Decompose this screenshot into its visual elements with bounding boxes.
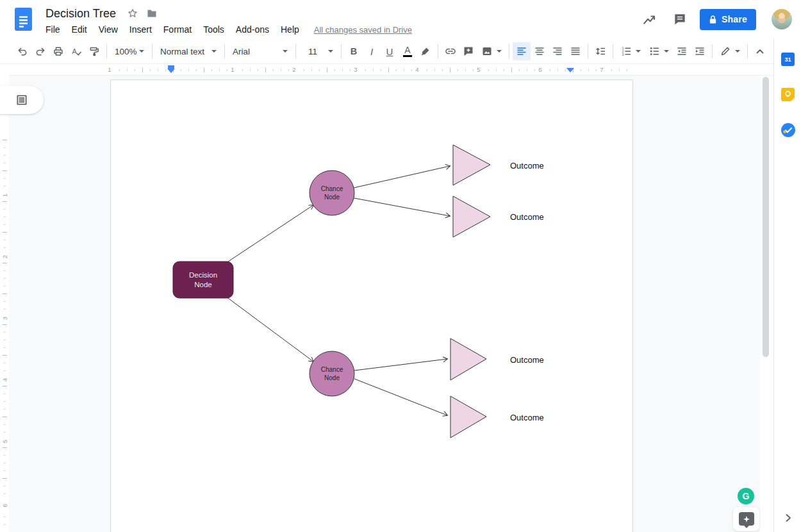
comments-button[interactable]	[669, 8, 691, 30]
ruler-number: 6	[537, 66, 543, 73]
move-to-folder-button[interactable]	[145, 7, 158, 20]
redo-button[interactable]	[31, 42, 49, 60]
google-docs-app: Decision Tree File Edit View Insert Form…	[0, 0, 801, 532]
menu-edit[interactable]: Edit	[66, 24, 93, 35]
print-button[interactable]	[49, 42, 67, 60]
decrease-indent-button[interactable]	[673, 42, 691, 60]
ruler-number: 1	[1, 191, 8, 200]
document-page[interactable]: Decision Node Chance Node Chance Node Ou…	[110, 79, 633, 532]
horizontal-ruler[interactable]: 1 1 2 3 4 5 6 7	[9, 64, 773, 76]
text-color-icon: A	[403, 46, 411, 57]
chevron-right-icon	[784, 513, 792, 522]
right-indent-marker[interactable]	[566, 67, 574, 74]
explore-button[interactable]	[732, 506, 760, 531]
add-comment-button[interactable]	[459, 42, 477, 60]
outcome-triangle[interactable]	[450, 338, 486, 380]
paragraph-style-value: Normal text	[160, 47, 204, 56]
calendar-button[interactable]: 31	[781, 53, 795, 66]
chevron-down-icon	[283, 50, 288, 53]
bold-icon: B	[351, 47, 357, 56]
undo-icon	[17, 46, 28, 57]
ruler-number: 1	[106, 66, 112, 73]
outcome-label: Outcome	[510, 160, 544, 170]
star-button[interactable]	[126, 7, 139, 20]
highlighter-icon	[420, 46, 431, 57]
outcome-triangle[interactable]	[453, 196, 490, 237]
italic-icon: I	[370, 47, 373, 56]
align-center-icon	[534, 46, 545, 57]
insert-image-button[interactable]	[477, 42, 506, 60]
line-spacing-button[interactable]	[591, 42, 609, 60]
menu-file[interactable]: File	[40, 24, 66, 35]
bulleted-list-button[interactable]	[645, 42, 673, 60]
font-size-value: 11	[308, 47, 317, 56]
justify-button[interactable]	[566, 42, 584, 60]
editing-mode-button[interactable]	[716, 42, 744, 60]
ruler-number: 3	[352, 66, 358, 73]
vertical-ruler[interactable]: 1 2 3 4 5 6	[0, 76, 9, 532]
chevron-down-icon	[636, 50, 641, 53]
decision-node-label: Decision Node	[173, 262, 233, 298]
numbered-list-button[interactable]: 1 2 3	[616, 42, 645, 60]
ruler-number: 5	[1, 437, 8, 446]
tasks-button[interactable]	[781, 123, 795, 137]
paint-format-button[interactable]	[85, 42, 103, 60]
underline-button[interactable]: U	[381, 42, 399, 60]
undo-button[interactable]	[13, 42, 31, 60]
zoom-select[interactable]: 100%	[110, 43, 149, 60]
docs-logo-icon[interactable]	[15, 8, 32, 31]
align-right-button[interactable]	[549, 42, 566, 60]
share-button[interactable]: Share	[700, 9, 756, 30]
bold-button[interactable]: B	[345, 42, 363, 60]
spell-check-button[interactable]: A	[67, 42, 85, 60]
font-size-select[interactable]: 11	[299, 43, 338, 60]
menu-format[interactable]: Format	[158, 24, 197, 35]
chevron-down-icon	[735, 50, 740, 53]
highlight-color-button[interactable]	[417, 42, 434, 60]
menu-bar: File Edit View Insert Format Tools Add-o…	[40, 23, 412, 36]
trending-up-icon	[641, 12, 657, 27]
keep-button[interactable]	[781, 88, 795, 101]
italic-button[interactable]: I	[363, 42, 381, 60]
calendar-icon: 31	[784, 56, 791, 63]
menu-view[interactable]: View	[93, 24, 124, 35]
ruler-number: 1	[229, 66, 235, 73]
show-document-outline-button[interactable]	[0, 86, 44, 114]
vertical-scrollbar[interactable]	[760, 76, 773, 532]
text-color-button[interactable]: A	[399, 42, 417, 60]
grammarly-button[interactable]: G	[738, 488, 754, 504]
collapse-toolbar-button[interactable]	[751, 42, 769, 60]
align-center-button[interactable]	[531, 42, 549, 60]
paragraph-style-select[interactable]: Normal text	[156, 43, 221, 60]
ruler-number: 5	[475, 66, 481, 73]
left-indent-marker[interactable]	[167, 65, 175, 73]
outcome-triangle[interactable]	[450, 396, 486, 438]
account-avatar[interactable]	[772, 9, 792, 29]
document-title[interactable]: Decision Tree	[45, 7, 116, 21]
ruler-number: 6	[1, 501, 8, 510]
insert-link-button[interactable]	[442, 42, 459, 60]
menu-tools[interactable]: Tools	[197, 24, 230, 35]
show-side-panel-button[interactable]	[782, 511, 795, 524]
decrease-indent-icon	[676, 46, 688, 57]
outcome-label: Outcome	[510, 354, 544, 365]
increase-indent-button[interactable]	[691, 42, 709, 60]
paint-format-icon	[88, 46, 100, 57]
outcome-triangle[interactable]	[453, 145, 490, 185]
ruler-number: 7	[599, 66, 604, 73]
save-status[interactable]: All changes saved in Drive	[314, 25, 412, 35]
menu-insert[interactable]: Insert	[124, 24, 158, 35]
scrollbar-thumb[interactable]	[763, 77, 769, 357]
document-canvas[interactable]: Decision Node Chance Node Chance Node Ou…	[9, 76, 760, 532]
document-activity-button[interactable]	[638, 8, 660, 30]
align-left-button[interactable]	[513, 42, 531, 60]
font-value: Arial	[233, 47, 250, 56]
chance-node-label: Chance Node	[310, 174, 354, 212]
underline-icon: U	[386, 47, 393, 56]
menu-addons[interactable]: Add-ons	[230, 24, 275, 35]
decision-tree-drawing[interactable]: Decision Node Chance Node Chance Node Ou…	[111, 80, 634, 532]
menu-help[interactable]: Help	[275, 24, 305, 35]
explore-icon	[739, 512, 754, 526]
font-select[interactable]: Arial	[228, 43, 292, 60]
spell-check-icon: A	[70, 46, 82, 57]
